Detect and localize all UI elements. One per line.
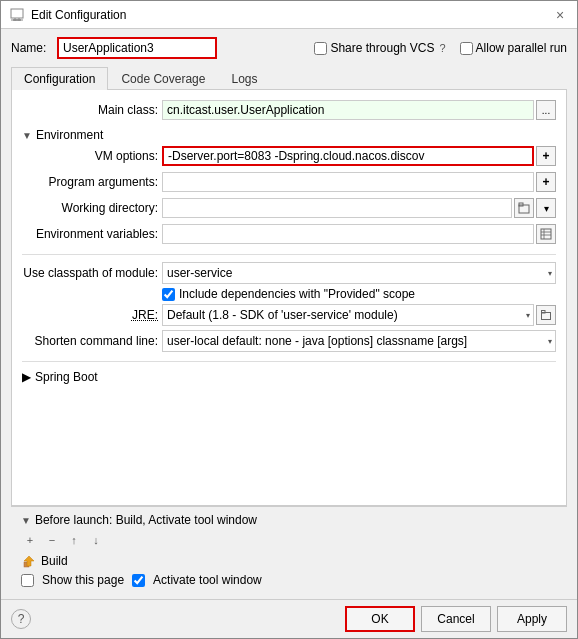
program-args-row: Program arguments: + — [22, 170, 556, 194]
checkbox-group: Share through VCS ? Allow parallel run — [314, 41, 567, 55]
env-vars-btn[interactable] — [536, 224, 556, 244]
include-deps-checkbox[interactable] — [162, 288, 175, 301]
close-button[interactable]: × — [551, 6, 569, 24]
svg-rect-0 — [11, 9, 23, 18]
classpath-row: Use classpath of module: user-service ▾ — [22, 261, 556, 285]
jre-select[interactable]: Default (1.8 - SDK of 'user-service' mod… — [162, 304, 534, 326]
tab-configuration[interactable]: Configuration — [11, 67, 108, 90]
shorten-cmd-row: Shorten command line: user-local default… — [22, 329, 556, 353]
include-deps-label: Include dependencies with "Provided" sco… — [179, 287, 415, 301]
launch-down-btn[interactable]: ↓ — [87, 531, 105, 549]
dialog-title: Edit Configuration — [31, 8, 126, 22]
launch-up-btn[interactable]: ↑ — [65, 531, 83, 549]
name-row: Name: Share through VCS ? Allow parallel… — [11, 37, 567, 59]
spring-boot-expand-icon[interactable]: ▶ — [22, 370, 31, 384]
allow-parallel-label: Allow parallel run — [476, 41, 567, 55]
vm-options-expand-btn[interactable]: + — [536, 146, 556, 166]
classpath-field: user-service ▾ — [162, 262, 556, 284]
classpath-label: Use classpath of module: — [22, 266, 162, 280]
working-dir-field: ▾ — [162, 198, 556, 218]
svg-rect-11 — [542, 313, 551, 320]
jre-select-wrapper: Default (1.8 - SDK of 'user-service' mod… — [162, 304, 534, 326]
dialog-body: Name: Share through VCS ? Allow parallel… — [1, 29, 577, 599]
env-vars-label: Environment variables: — [22, 227, 162, 241]
classpath-select[interactable]: user-service — [162, 262, 556, 284]
jre-row: JRE: Default (1.8 - SDK of 'user-service… — [22, 303, 556, 327]
shorten-cmd-select[interactable]: user-local default: none - java [options… — [162, 330, 556, 352]
launch-header: ▼ Before launch: Build, Activate tool wi… — [21, 513, 557, 527]
title-bar-left: Edit Configuration — [9, 7, 126, 23]
show-page-checkbox[interactable] — [21, 574, 34, 587]
ok-button[interactable]: OK — [345, 606, 415, 632]
main-class-label: Main class: — [22, 103, 162, 117]
tabs: Configuration Code Coverage Logs — [11, 67, 567, 90]
launch-add-btn[interactable]: + — [21, 531, 39, 549]
dialog-footer: ? OK Cancel Apply — [1, 599, 577, 638]
classpath-select-wrapper: user-service ▾ — [162, 262, 556, 284]
svg-rect-7 — [541, 229, 551, 239]
program-args-expand-btn[interactable]: + — [536, 172, 556, 192]
build-icon — [21, 553, 37, 569]
svg-rect-12 — [542, 311, 546, 314]
environment-section-header: ▼ Environment — [22, 128, 556, 142]
share-vcs-help[interactable]: ? — [439, 42, 445, 54]
share-vcs-item: Share through VCS ? — [314, 41, 445, 55]
main-class-input[interactable] — [162, 100, 534, 120]
working-dir-browse-btn[interactable] — [514, 198, 534, 218]
working-dir-dropdown-btn[interactable]: ▾ — [536, 198, 556, 218]
working-dir-label: Working directory: — [22, 201, 162, 215]
env-vars-row: Environment variables: — [22, 222, 556, 246]
program-args-field: + — [162, 172, 556, 192]
vm-options-input[interactable] — [162, 146, 534, 166]
jre-field: Default (1.8 - SDK of 'user-service' mod… — [162, 304, 556, 326]
tab-logs[interactable]: Logs — [218, 67, 270, 90]
main-class-field: ... — [162, 100, 556, 120]
launch-header-label: Before launch: Build, Activate tool wind… — [35, 513, 257, 527]
env-vars-input[interactable] — [162, 224, 534, 244]
show-page-label: Show this page — [42, 573, 124, 587]
tab-code-coverage[interactable]: Code Coverage — [108, 67, 218, 90]
activate-tool-window-checkbox[interactable] — [132, 574, 145, 587]
activate-tool-window-label: Activate tool window — [153, 573, 262, 587]
launch-collapse-icon[interactable]: ▼ — [21, 515, 31, 526]
program-args-label: Program arguments: — [22, 175, 162, 189]
vm-options-row: VM options: + — [22, 144, 556, 168]
shorten-cmd-field: user-local default: none - java [options… — [162, 330, 556, 352]
working-dir-input[interactable] — [162, 198, 512, 218]
footer-left: ? — [11, 609, 31, 629]
help-button[interactable]: ? — [11, 609, 31, 629]
show-page-row: Show this page Activate tool window — [21, 573, 557, 587]
shorten-cmd-label: Shorten command line: — [22, 334, 162, 348]
spring-boot-section: ▶ Spring Boot — [22, 370, 556, 384]
program-args-input[interactable] — [162, 172, 534, 192]
allow-parallel-item: Allow parallel run — [460, 41, 567, 55]
env-collapse-icon[interactable]: ▼ — [22, 130, 32, 141]
share-vcs-label: Share through VCS — [330, 41, 434, 55]
spring-boot-label: Spring Boot — [35, 370, 98, 384]
name-input[interactable] — [57, 37, 217, 59]
launch-remove-btn[interactable]: − — [43, 531, 61, 549]
footer-buttons: OK Cancel Apply — [345, 606, 567, 632]
config-icon — [9, 7, 25, 23]
content-panel: Main class: ... ▼ Environment VM options… — [11, 90, 567, 506]
include-deps-row: Include dependencies with "Provided" sco… — [162, 287, 556, 301]
build-label: Build — [41, 554, 68, 568]
build-row: Build — [21, 553, 557, 569]
jre-browse-btn[interactable] — [536, 305, 556, 325]
share-vcs-checkbox[interactable] — [314, 42, 327, 55]
environment-label: Environment — [36, 128, 103, 142]
main-class-browse-btn[interactable]: ... — [536, 100, 556, 120]
title-bar: Edit Configuration × — [1, 1, 577, 29]
launch-section: ▼ Before launch: Build, Activate tool wi… — [11, 506, 567, 593]
env-vars-field — [162, 224, 556, 244]
vm-options-label: VM options: — [22, 149, 162, 163]
edit-configuration-dialog: Edit Configuration × Name: Share through… — [0, 0, 578, 639]
launch-toolbar: + − ↑ ↓ — [21, 531, 557, 549]
allow-parallel-checkbox[interactable] — [460, 42, 473, 55]
cancel-button[interactable]: Cancel — [421, 606, 491, 632]
separator-2 — [22, 361, 556, 362]
separator-1 — [22, 254, 556, 255]
apply-button[interactable]: Apply — [497, 606, 567, 632]
jre-label: JRE: — [22, 308, 162, 322]
shorten-cmd-select-wrapper: user-local default: none - java [options… — [162, 330, 556, 352]
